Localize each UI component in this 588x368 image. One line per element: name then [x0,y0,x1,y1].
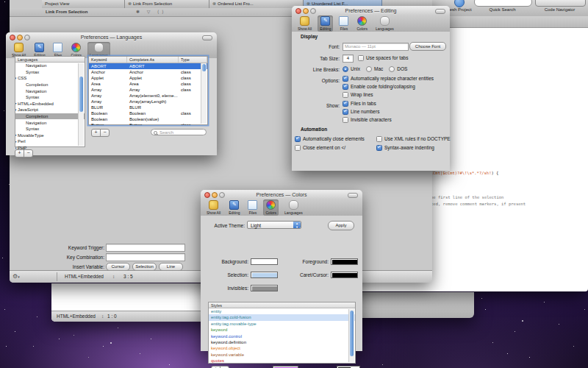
table-row[interactable]: ABORTABORT [89,63,207,69]
remove-language-button[interactable]: − [24,149,33,158]
close-tab-icon[interactable]: ⊗ [128,0,132,8]
key-combination-input[interactable] [106,253,185,261]
style-row[interactable]: keyword.variable [209,352,355,358]
radio-button[interactable] [343,66,348,72]
checkbox[interactable] [376,145,382,151]
gear-icon[interactable]: ⚙▾ [12,271,20,283]
language-list-item[interactable]: Navigation [15,88,85,94]
language-selector[interactable]: HTML+Embedded [57,311,96,322]
checkbox[interactable] [295,136,301,142]
sidebar-scrollbar[interactable] [78,63,84,146]
language-list-item[interactable]: Navigation [15,119,85,126]
checkbox-row[interactable]: Files in tabs [343,99,392,107]
radio-button[interactable] [389,66,395,72]
language-selector[interactable]: HTML+Embedded [65,271,104,283]
style-row[interactable]: entity.tag.movable-type [209,321,355,327]
checkbox[interactable] [343,109,348,115]
theme-dropdown[interactable]: Light ▲▼ [247,221,301,229]
style-row[interactable]: keyword.object [209,345,355,351]
document-tab[interactable]: Project View [42,0,125,8]
language-list-item[interactable]: Syntax [15,94,85,101]
table-row[interactable]: AppletAppletclass [89,75,207,81]
radio-row[interactable]: Mac [366,65,383,73]
quick-search-input[interactable] [474,0,532,7]
table-row[interactable]: ButtonButtonclass [89,122,207,125]
column-header[interactable]: Type [179,57,207,63]
language-stepper-icon[interactable]: ↕ [101,311,104,322]
table-row[interactable]: ArrayArrayclass [89,87,207,93]
toolbar-item-colors[interactable]: Colors [263,199,278,216]
color-well[interactable] [251,285,278,291]
toolbar-toggle-button[interactable] [202,35,212,40]
color-well[interactable] [331,258,358,265]
style-row[interactable]: entity.tag.cold-fusion [209,314,355,320]
tab-size-field[interactable]: 4 [343,54,354,63]
language-list-item[interactable]: Completion [15,113,85,120]
scrollbar-thumb[interactable] [202,64,206,71]
checkbox[interactable] [343,76,348,82]
checkbox-row[interactable]: Enable code folding/collapsing [343,82,434,91]
color-well[interactable] [251,272,278,278]
scrollbar-thumb[interactable] [79,77,83,112]
language-list-item[interactable]: Syntax [15,69,85,76]
checkbox[interactable] [343,117,348,123]
style-row[interactable]: keyword.definition [209,339,355,345]
table-row[interactable]: AreaAreaclass [89,81,207,87]
language-list-item[interactable]: ▼CSS [15,75,85,82]
language-stepper-icon[interactable]: ↕ [112,271,115,283]
keyword-trigger-input[interactable] [106,244,185,252]
toolbar-item-colors[interactable]: Colors [354,15,369,32]
language-list-item[interactable]: Syntax [15,126,85,132]
toolbar-item-show-all[interactable]: Show All [204,199,223,216]
checkbox[interactable] [343,92,348,98]
style-row[interactable]: keyword [209,327,355,333]
checkbox-row[interactable]: Line numbers [343,107,392,116]
table-row[interactable]: ArrayArray(element0, eleme... [89,93,207,99]
radio-row[interactable]: DOS [389,65,407,73]
toolbar-item-show-all[interactable]: Show All [295,15,314,32]
scrollbar-thumb[interactable] [350,311,354,356]
toolbar-toggle-button[interactable] [348,193,358,198]
checkbox[interactable] [343,84,348,90]
toolbar-item-languages[interactable]: Languages [373,15,396,32]
checkbox-row[interactable]: Wrap lines [343,91,434,99]
toolbar-toggle-button[interactable] [435,9,445,14]
choose-font-button[interactable]: Choose Font [409,42,446,51]
checkbox[interactable] [343,101,348,107]
checkbox-row[interactable]: Use XML rules if no DOCTYPE [376,135,451,143]
checkbox-row[interactable]: Automatically close elements [295,135,376,143]
color-well[interactable] [331,272,358,278]
checkbox[interactable] [376,136,382,142]
checkbox-row[interactable]: Invisible characters [343,116,392,124]
table-header[interactable]: KeywordCompletes AsType [89,57,207,63]
language-list-item[interactable]: Completion [15,82,85,88]
table-row[interactable]: BLURBLUR [89,105,207,110]
language-list-item[interactable]: ▼JavaScript [15,107,85,113]
language-list-item[interactable]: Navigation [15,63,85,69]
table-scrollbar[interactable] [201,63,207,124]
remove-keyword-button[interactable]: − [100,129,110,137]
snippet-toolbar-icons[interactable]: ✱ ▽ ⟨⟩ [136,8,167,16]
table-row[interactable]: AnchorAnchorclass [89,69,207,75]
table-row[interactable]: BooleanBoolean(value) [89,116,207,122]
table-row[interactable]: BooleanBooleanclass [89,110,207,116]
styles-scrollbar[interactable] [348,309,354,362]
refresh-project-icon[interactable] [454,0,465,7]
checkbox[interactable] [295,145,301,151]
toolbar-item-editing[interactable]: ✎Editing [226,199,242,216]
checkbox[interactable] [358,55,364,61]
toolbar-item-files[interactable]: Files [245,199,259,216]
use-spaces-checkbox-row[interactable]: Use spaces for tabs [358,54,408,62]
style-row[interactable]: quotes [209,358,355,364]
language-list-item[interactable]: ▶Perl [15,138,85,145]
close-tab-icon[interactable]: ⊗ [212,0,216,8]
document-tab[interactable]: ⊗Link From Selection [125,0,209,8]
checkbox-row[interactable]: Syntax-aware indenting [376,144,451,152]
code-navigator-button[interactable] [535,0,586,7]
toolbar-item-files[interactable]: Files [337,15,351,32]
checkbox-row[interactable]: Automat­ically replace character entitie… [343,74,434,82]
document-tab[interactable]: ⊗Ordered List Fro... [209,0,304,8]
column-header[interactable]: Keyword [89,57,127,63]
checkbox-row[interactable]: Close element on </ [295,144,376,152]
language-list-item[interactable]: ▶HTML+Embedded [15,101,85,107]
